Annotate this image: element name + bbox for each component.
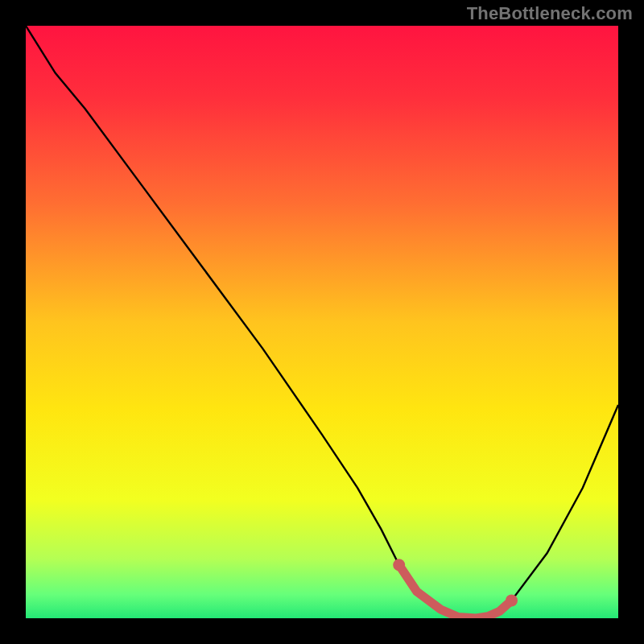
plot-area [26, 26, 618, 618]
gradient-background [26, 26, 618, 618]
chart-svg [26, 26, 618, 618]
optimal-region-end-dot [506, 594, 518, 606]
optimal-region-start-dot [393, 559, 405, 571]
chart-frame: TheBottleneck.com [0, 0, 644, 644]
watermark-text: TheBottleneck.com [467, 3, 633, 24]
